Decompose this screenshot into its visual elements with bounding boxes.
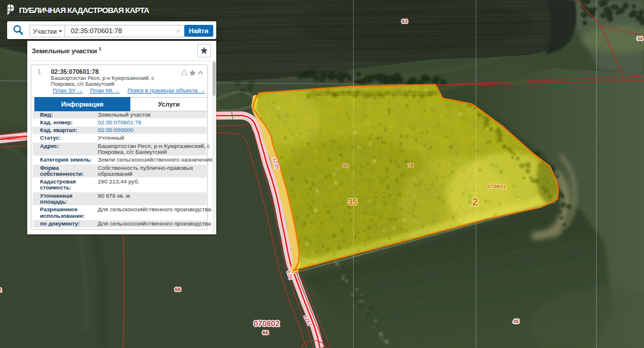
svg-text:070802: 070802 xyxy=(254,319,279,328)
svg-text:66: 66 xyxy=(262,330,268,336)
svg-text:2: 2 xyxy=(0,287,2,293)
svg-text:94: 94 xyxy=(343,163,348,168)
svg-text:070601: 070601 xyxy=(487,183,506,189)
svg-text:66: 66 xyxy=(175,286,181,292)
svg-text:34: 34 xyxy=(637,36,643,41)
svg-text:93: 93 xyxy=(402,18,408,24)
svg-text:78: 78 xyxy=(408,163,414,168)
svg-text:2: 2 xyxy=(472,196,478,208)
svg-text:45: 45 xyxy=(513,318,519,324)
svg-text:35: 35 xyxy=(348,197,357,207)
